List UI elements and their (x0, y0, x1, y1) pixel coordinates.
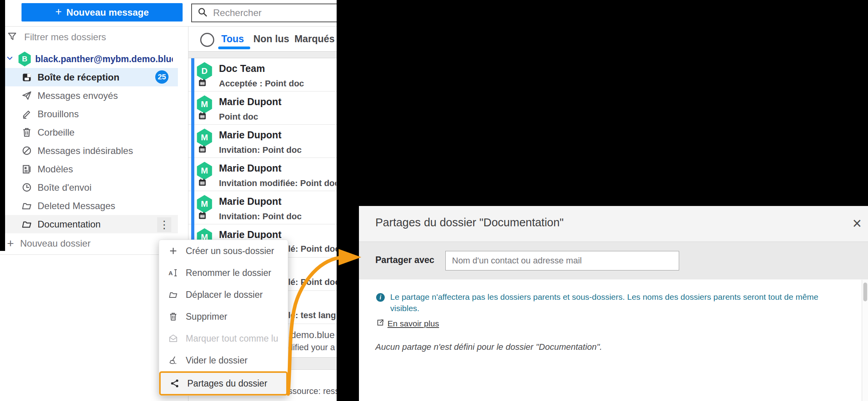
menu-item-label: Déplacer le dossier (186, 290, 263, 300)
message-subject-fragment: lé: test lang (288, 310, 336, 320)
share-info-text: Le partage n'affectera pas les dossiers … (390, 291, 826, 314)
calendar-icon (198, 145, 207, 155)
folder-filter-input[interactable] (23, 31, 158, 43)
sidebar-item-inbox[interactable]: Boîte de réception (5, 68, 178, 86)
folder-shares-dialog: Partages du dossier "Documentation" × Pa… (359, 206, 868, 401)
left-mask (0, 0, 5, 251)
screenshot-stage: + Nouveau message B black.panther@mybm.d… (0, 0, 868, 401)
sidebar-item-sent[interactable]: Messages envoyés (5, 86, 178, 105)
trash-icon (168, 312, 179, 321)
search-icon (197, 7, 208, 19)
message-row[interactable]: D Doc Team Acceptée : Point doc (188, 58, 337, 91)
sidebar-item-trash[interactable]: Corbeille (5, 123, 178, 141)
avatar: M (196, 195, 213, 213)
send-icon (22, 90, 32, 101)
message-subject: Point doc (219, 112, 336, 122)
template-icon (22, 164, 32, 174)
share-with-label: Partager avec (375, 255, 434, 265)
compose-button[interactable]: + Nouveau message (22, 3, 183, 21)
share-icon (169, 379, 180, 388)
sidebar-bottom-divider (0, 254, 178, 255)
sidebar-item-label: Brouillons (38, 109, 79, 120)
message-subject-fragment: lé: Point doc (288, 277, 337, 287)
sidebar-item-label: Messages indésirables (38, 145, 133, 156)
svg-text:A: A (169, 270, 173, 276)
tab-non-lus[interactable]: Non lus (253, 33, 289, 45)
plus-icon: + (7, 237, 14, 250)
sidebar-item-drafts[interactable]: Brouillons (5, 105, 178, 123)
message-subject: Invitation: Point doc (219, 211, 336, 222)
avatar: M (196, 129, 213, 147)
account-email: black.panther@mybm.demo.blue... (35, 54, 173, 64)
message-subject: Invitation: Point doc (219, 145, 336, 155)
message-sender: Marie Dupont (219, 229, 282, 240)
rename-icon: A (168, 268, 179, 278)
calendar-icon (198, 178, 207, 188)
folder-icon (22, 200, 32, 211)
message-row[interactable]: M Marie Dupont Point doc (188, 91, 337, 125)
active-tab-underline (218, 47, 250, 49)
menu-item-move-folder[interactable]: Déplacer le dossier (159, 284, 288, 306)
folder-icon (22, 219, 32, 229)
message-row[interactable]: M Marie Dupont Invitation: Point doc (188, 191, 337, 224)
unread-indicator (191, 58, 194, 91)
message-subject: Invitation modifiée: Point doc (219, 178, 336, 188)
sidebar-item-label: Documentation (38, 219, 100, 230)
scrollbar-track[interactable] (862, 280, 868, 401)
tab-marques[interactable]: Marqués (294, 33, 335, 45)
message-subject-fragment: ssource: ress (288, 386, 337, 396)
scrollbar-thumb[interactable] (863, 283, 867, 301)
search-box[interactable] (191, 4, 337, 22)
share-with-input[interactable] (445, 251, 679, 270)
calendar-icon (198, 211, 207, 222)
tab-tous[interactable]: Tous (221, 33, 244, 45)
folder-filter[interactable] (7, 31, 175, 43)
pencil-icon (22, 109, 32, 119)
menu-item-delete-folder[interactable]: Supprimer (159, 306, 288, 328)
plus-icon (168, 246, 179, 256)
sidebar-item-documentation[interactable]: Documentation (5, 215, 178, 233)
sidebar-item-outbox[interactable]: Boîte d'envoi (5, 178, 178, 197)
no-shares-text: Aucun partage n'est défini pour le dossi… (375, 342, 602, 352)
message-sender-fragment: .demo.blue (288, 329, 335, 340)
select-all-toggle[interactable] (200, 33, 214, 47)
message-sender: Marie Dupont (219, 196, 282, 207)
folder-kebab-menu-icon[interactable]: ⋮ (157, 217, 171, 232)
search-input[interactable] (212, 7, 323, 19)
sidebar-item-label: Messages envoyés (38, 90, 118, 101)
sidebar-item-label: Modèles (38, 164, 73, 175)
message-list: D Doc Team Acceptée : Point doc M Marie … (188, 58, 337, 258)
menu-item-empty-folder[interactable]: Vider le dossier (159, 349, 288, 371)
close-icon[interactable]: × (848, 213, 866, 233)
unread-indicator (191, 91, 194, 125)
calendar-icon (198, 111, 207, 122)
filter-funnel-icon (7, 31, 17, 43)
menu-item-create-subfolder[interactable]: Créer un sous-dossier (159, 240, 288, 262)
chevron-down-icon (5, 54, 14, 64)
sidebar-item-templates[interactable]: Modèles (5, 160, 178, 178)
inbox-icon (22, 72, 32, 82)
dialog-body: i Le partage n'affectera pas les dossier… (359, 279, 868, 401)
message-row[interactable]: M Marie Dupont Invitation modifiée: Poin… (188, 158, 337, 191)
unread-count-badge: 25 (155, 70, 169, 84)
broom-icon (168, 356, 179, 365)
message-row[interactable]: M Marie Dupont Invitation: Point doc (188, 125, 337, 158)
compose-button-label: Nouveau message (66, 7, 149, 18)
sidebar-item-deleted-messages[interactable]: Deleted Messages (5, 197, 178, 215)
new-folder-button[interactable]: + Nouveau dossier (7, 235, 171, 252)
external-link-icon (377, 319, 384, 328)
learn-more-link[interactable]: En savoir plus (377, 319, 439, 328)
menu-item-mark-all-read: Marquer tout comme lu (159, 328, 288, 349)
sidebar-item-junk[interactable]: Messages indésirables (5, 141, 178, 160)
unread-indicator (191, 191, 194, 224)
menu-item-rename-folder[interactable]: A Renommer le dossier (159, 262, 288, 284)
account-row[interactable]: B black.panther@mybm.demo.blue... (5, 51, 178, 67)
message-subject-fragment: dified your a (288, 342, 335, 353)
account-avatar: B (18, 52, 31, 66)
clock-icon (22, 182, 32, 193)
plus-icon: + (55, 5, 61, 18)
menu-item-label: Créer un sous-dossier (186, 246, 274, 256)
menu-item-folder-shares[interactable]: Partages du dossier (159, 371, 288, 396)
message-subject: Acceptée : Point doc (219, 79, 336, 89)
share-with-row: Partager avec (359, 242, 868, 279)
